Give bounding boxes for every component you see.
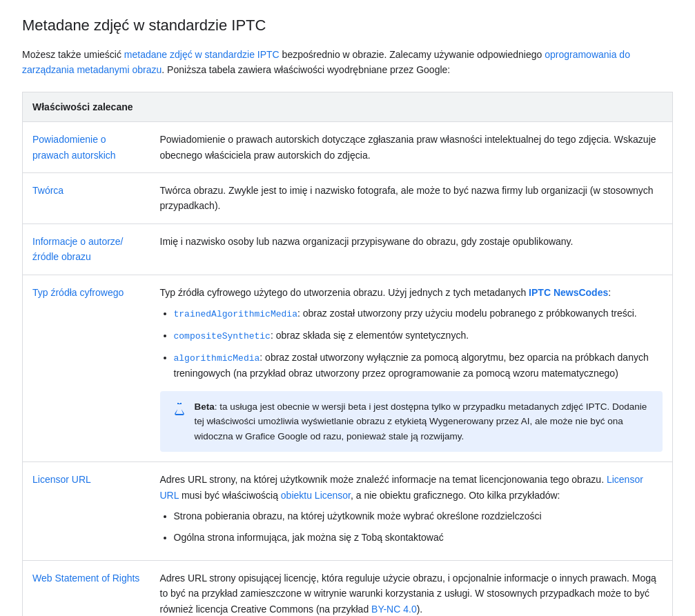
prop-desc-web-statement: Adres URL strony opisującej licencję, kt… [150,561,673,616]
page-title: Metadane zdjęć w standardzie IPTC [22,17,673,34]
prop-desc-licensor-url: Adres URL strony, na której użytkownik m… [150,462,673,561]
prop-desc-author-info: Imię i nazwisko osoby lub nazwa organiza… [150,223,673,275]
intro-text-end: . Poniższa tabela zawiera właściwości wy… [161,64,450,75]
properties-table: Właściwości zalecane Powiadomienie o pra… [22,92,673,616]
intro-text-middle: bezpośrednio w obrazie. Zalecamy używani… [280,49,545,60]
prop-name-licensor-url[interactable]: Licensor URL [23,462,150,561]
flask-icon [171,401,188,417]
licensor-url-link[interactable]: Licensor URL [160,474,643,500]
digital-source-list: trainedAlgorithmicMedia: obraz został ut… [174,306,663,381]
prop-name-creator[interactable]: Twórca [23,172,150,223]
table-row: Powiadomienie o prawach autorskich Powia… [23,122,673,173]
beta-notice: Beta: ta usługa jest obecnie w wersji be… [160,391,663,453]
prop-name-digital-source[interactable]: Typ źródła cyfrowego [23,275,150,462]
table-row: Twórca Twórca obrazu. Zwykle jest to imi… [23,172,673,223]
prop-desc-creator: Twórca obrazu. Zwykle jest to imię i naz… [150,172,673,223]
table-row: Licensor URL Adres URL strony, na której… [23,462,673,561]
intro-text-before: Możesz także umieścić [22,49,124,60]
table-row: Typ źródła cyfrowego Typ źródła cyfroweg… [23,275,673,462]
prop-name-web-statement[interactable]: Web Statement of Rights [23,561,150,616]
prop-desc-copyright: Powiadomienie o prawach autorskich dotyc… [150,122,673,173]
list-item: Strona pobierania obrazu, na której użyt… [174,508,663,524]
list-item: trainedAlgorithmicMedia: obraz został ut… [174,306,663,322]
list-item: Ogólna strona informująca, jak można się… [174,530,663,545]
list-item: compositeSynthetic: obraz składa się z e… [174,328,663,344]
licensor-url-list: Strona pobierania obrazu, na której użyt… [174,508,663,545]
prop-desc-digital-source: Typ źródła cyfrowego użytego do utworzen… [150,275,673,462]
prop-name-copyright[interactable]: Powiadomienie o prawach autorskich [23,122,150,173]
table-row: Informacje o autorze/ źródle obrazu Imię… [23,223,673,275]
list-item: algorithmicMedia: obraz został utworzony… [174,350,663,381]
iptc-newscodes-link[interactable]: IPTC NewsCodes [529,287,608,298]
table-header: Właściwości zalecane [23,92,673,121]
by-nc-link[interactable]: BY-NC 4.0 [371,604,417,615]
intro-paragraph: Możesz także umieścić metadane zdjęć w s… [22,47,673,78]
table-row: Web Statement of Rights Adres URL strony… [23,561,673,616]
prop-name-author-info[interactable]: Informacje o autorze/ źródle obrazu [23,223,150,275]
iptc-link[interactable]: metadane zdjęć w standardzie IPTC [124,49,280,60]
beta-text: Beta: ta usługa jest obecnie w wersji be… [195,399,652,444]
licensor-object-link[interactable]: obiektu Licensor [281,490,351,501]
